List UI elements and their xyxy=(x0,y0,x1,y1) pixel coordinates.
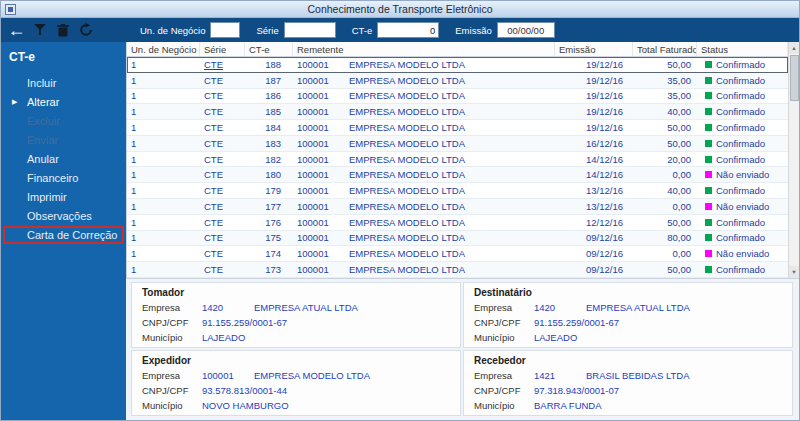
cell-remetente-code: 100001 xyxy=(293,138,345,149)
status-label: Confirmado xyxy=(716,185,765,196)
sidebar-item-anular[interactable]: Anular xyxy=(3,150,124,168)
cell-cte-number: 174 xyxy=(245,248,293,259)
cell-serie: CTE xyxy=(200,154,245,165)
header-un-negocio[interactable]: Un. de Negócio xyxy=(127,42,200,56)
cell-cte-number: 184 xyxy=(245,122,293,133)
header-emissao[interactable]: Emissão xyxy=(555,42,633,56)
cell-total-faturado: 50,00 xyxy=(633,122,697,133)
table-row[interactable]: 1CTE187100001EMPRESA MODELO LTDA19/12/16… xyxy=(127,73,788,89)
cell-total-faturado: 40,00 xyxy=(633,185,697,196)
cnpj-label: CNPJ/CPF xyxy=(474,385,534,396)
status-label: Não enviado xyxy=(716,169,769,180)
cell-remetente-name: EMPRESA MODELO LTDA xyxy=(345,122,555,133)
cell-remetente-name: EMPRESA MODELO LTDA xyxy=(345,232,555,243)
cell-total-faturado: 35,00 xyxy=(633,75,697,86)
scroll-down-button[interactable]: ▼ xyxy=(789,266,799,278)
cell-cte-number: 186 xyxy=(245,90,293,101)
cell-emissao: 19/12/16 xyxy=(555,75,633,86)
active-item-arrow-icon: ▶ xyxy=(12,98,17,106)
status-label: Não enviado xyxy=(716,248,769,259)
table-body: 1CTE188100001EMPRESA MODELO LTDA19/12/16… xyxy=(127,57,788,278)
cell-total-faturado: 0,00 xyxy=(633,248,697,259)
empresa-name: EMPRESA MODELO LTDA xyxy=(254,370,370,381)
cell-serie: CTE xyxy=(200,232,245,243)
cte-table: Un. de Negócio Série CT-e Remetente Emis… xyxy=(127,42,788,278)
panel-destinatario: DestinatárioEmpresa1420EMPRESA ATUAL LTD… xyxy=(463,282,793,348)
cell-total-faturado: 0,00 xyxy=(633,169,697,180)
table-row[interactable]: 1CTE184100001EMPRESA MODELO LTDA19/12/16… xyxy=(127,120,788,136)
cell-remetente-code: 100001 xyxy=(293,106,345,117)
scroll-up-button[interactable]: ▲ xyxy=(789,42,799,54)
un-negocio-input[interactable] xyxy=(210,22,240,38)
cell-remetente-code: 100001 xyxy=(293,201,345,212)
header-cte[interactable]: CT-e xyxy=(245,42,293,56)
sidebar-item-financeiro[interactable]: Financeiro xyxy=(3,169,124,187)
trash-icon xyxy=(57,24,69,37)
table-row[interactable]: 1CTE176100001EMPRESA MODELO LTDA12/12/16… xyxy=(127,215,788,231)
cell-status: Não enviado xyxy=(697,169,788,180)
cell-status: Não enviado xyxy=(697,248,788,259)
vertical-scrollbar[interactable]: ▲ ▼ xyxy=(788,42,799,278)
header-status[interactable]: Status xyxy=(697,42,788,56)
status-label: Confirmado xyxy=(716,90,765,101)
cell-serie: CTE xyxy=(200,122,245,133)
table-row[interactable]: 1CTE173100001EMPRESA MODELO LTDA09/12/16… xyxy=(127,262,788,278)
header-remetente[interactable]: Remetente xyxy=(293,42,555,56)
cell-un-negocio: 1 xyxy=(127,106,200,117)
cell-serie: CTE xyxy=(200,248,245,259)
filter-button[interactable] xyxy=(29,20,50,41)
panel-title: Destinatário xyxy=(474,287,782,298)
cte-number-input[interactable] xyxy=(377,22,439,38)
municipio-value: BARRA FUNDA xyxy=(534,400,602,411)
cell-un-negocio: 1 xyxy=(127,154,200,165)
cell-status: Confirmado xyxy=(697,217,788,228)
table-row[interactable]: 1CTE174100001EMPRESA MODELO LTDA09/12/16… xyxy=(127,246,788,262)
status-label: Confirmado xyxy=(716,122,765,133)
cell-un-negocio: 1 xyxy=(127,264,200,275)
status-label: Confirmado xyxy=(716,75,765,86)
cell-status: Confirmado xyxy=(697,185,788,196)
panel-recebedor: RecebedorEmpresa1421BRASIL BEBIDAS LTDAC… xyxy=(463,350,793,416)
table-row[interactable]: 1CTE175100001EMPRESA MODELO LTDA09/12/16… xyxy=(127,231,788,247)
serie-label: Série xyxy=(256,25,278,36)
status-indicator-icon xyxy=(705,92,712,99)
refresh-button[interactable] xyxy=(75,20,96,41)
table-row[interactable]: 1CTE185100001EMPRESA MODELO LTDA19/12/16… xyxy=(127,104,788,120)
sidebar-item-carta-de-correcao[interactable]: Carta de Correção xyxy=(3,226,124,244)
table-row[interactable]: 1CTE188100001EMPRESA MODELO LTDA19/12/16… xyxy=(127,57,788,73)
status-indicator-icon xyxy=(705,187,712,194)
header-serie[interactable]: Série xyxy=(200,42,245,56)
sidebar-item-imprimir[interactable]: Imprimir xyxy=(3,188,124,206)
sidebar-item-observacoes[interactable]: Observações xyxy=(3,207,124,225)
table-row[interactable]: 1CTE183100001EMPRESA MODELO LTDA16/12/16… xyxy=(127,136,788,152)
cell-cte-number: 180 xyxy=(245,169,293,180)
cell-cte-number: 182 xyxy=(245,154,293,165)
status-label: Confirmado xyxy=(716,106,765,117)
content-area: Un. de Negócio Série CT-e Remetente Emis… xyxy=(126,42,799,420)
table-row[interactable]: 1CTE186100001EMPRESA MODELO LTDA19/12/16… xyxy=(127,89,788,105)
header-total-faturado[interactable]: Total Faturado xyxy=(633,42,697,56)
sidebar-item-label: Incluir xyxy=(27,77,56,89)
sidebar-item-alterar[interactable]: ▶Alterar xyxy=(3,93,124,111)
status-indicator-icon xyxy=(705,77,712,84)
table-row[interactable]: 1CTE182100001EMPRESA MODELO LTDA14/12/16… xyxy=(127,152,788,168)
cell-emissao: 14/12/16 xyxy=(555,169,633,180)
empresa-label: Empresa xyxy=(142,302,202,313)
panel-tomador: TomadorEmpresa1420EMPRESA ATUAL LTDACNPJ… xyxy=(131,282,461,348)
delete-button[interactable] xyxy=(52,20,73,41)
cell-total-faturado: 50,00 xyxy=(633,138,697,149)
sidebar-item-label: Observações xyxy=(27,210,92,222)
table-row[interactable]: 1CTE177100001EMPRESA MODELO LTDA13/12/16… xyxy=(127,199,788,215)
scrollbar-thumb[interactable] xyxy=(790,55,799,101)
sidebar-item-incluir[interactable]: Incluir xyxy=(3,74,124,92)
cell-serie: CTE xyxy=(200,90,245,101)
table-row[interactable]: 1CTE179100001EMPRESA MODELO LTDA13/12/16… xyxy=(127,183,788,199)
empresa-code: 100001 xyxy=(202,370,254,381)
back-button[interactable]: ← xyxy=(6,20,27,41)
table-row[interactable]: 1CTE180100001EMPRESA MODELO LTDA14/12/16… xyxy=(127,167,788,183)
serie-input[interactable] xyxy=(284,22,336,38)
panel-row-municipio: MunicípioBARRA FUNDA xyxy=(474,400,782,411)
cell-remetente-name: EMPRESA MODELO LTDA xyxy=(345,90,555,101)
sidebar-item-excluir: Excluir xyxy=(3,112,124,130)
emissao-date-input[interactable] xyxy=(497,22,555,38)
